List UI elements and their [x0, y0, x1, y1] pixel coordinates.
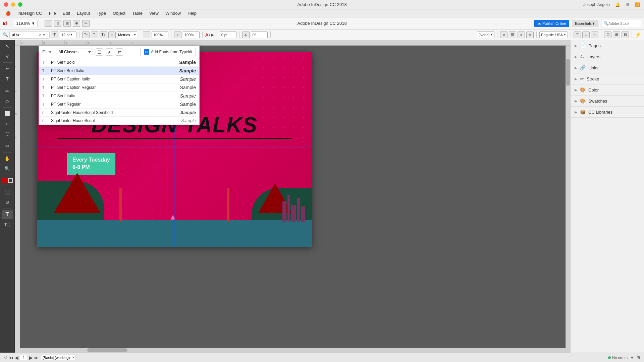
justify-btn[interactable]: ≡ [526, 32, 534, 38]
font-size-input[interactable]: 12 pt ▼ [60, 32, 76, 38]
menu-file[interactable]: File [46, 10, 59, 16]
font-item-signpainter-semibold[interactable]: () SignPainter HouseScript Semibold Samp… [39, 109, 199, 117]
zoom-input[interactable]: 119.9% ▼ [14, 20, 38, 27]
panel-swatches[interactable]: ▶ 🎨 Swatches [571, 96, 644, 107]
font-class-filter[interactable]: All Classes [56, 49, 93, 55]
tracking-btn[interactable]: ↔ [108, 32, 116, 38]
last-page-btn[interactable]: ⏭ [34, 355, 39, 360]
panel-links[interactable]: ▶ 🔗 Links [571, 62, 644, 73]
col-layout-btn1[interactable]: ⊡ [604, 32, 611, 38]
font-style-btn[interactable]: T [51, 32, 58, 38]
font-item-pt-serif-caption-italic[interactable]: T PT Serif Caption Italic Sample [39, 75, 199, 83]
tool-direct-select[interactable]: V [2, 52, 13, 61]
font-item-pt-serif-regular[interactable]: T PT Serif Regular Sample [39, 100, 199, 109]
font-item-pt-serif-caption-regular[interactable]: T PT Serif Caption Regular Sample [39, 83, 199, 92]
font-item-pt-serif-bold[interactable]: T PT Serif Bold Sample [39, 58, 199, 67]
zoom-dropdown-icon[interactable]: ▼ [31, 21, 35, 26]
tool-select[interactable]: ↖ [2, 42, 13, 51]
tool-pen[interactable]: ✒ [2, 64, 13, 73]
menu-type[interactable]: Type [94, 10, 109, 16]
menu-table[interactable]: Table [129, 10, 145, 16]
tool-mode-btn[interactable]: ⬜ [45, 20, 52, 27]
workspace-dropdown[interactable]: Essentials ▼ [572, 20, 598, 27]
menu-window[interactable]: Window [163, 10, 183, 16]
panel-color[interactable]: ▶ 🎨 Color [571, 84, 644, 96]
clear-font-search-icon[interactable]: ✕ [39, 33, 42, 37]
scale-y-input[interactable]: 100% [183, 32, 200, 38]
page-number-input[interactable] [20, 355, 28, 360]
tool-ellipse[interactable]: ○ [2, 119, 13, 128]
col-layout-btn3[interactable]: ⊟ [622, 32, 629, 38]
tool-frame-rect[interactable]: ⬛ [2, 187, 13, 197]
scrollbar-thumb-v[interactable] [566, 59, 570, 86]
fill-stroke-btn[interactable]: ⧄ [54, 20, 61, 27]
language-arrow[interactable]: ▼ [564, 33, 566, 36]
tool-scissors[interactable]: ✂ [2, 141, 13, 151]
font-item-pt-serif-bold-italic[interactable]: T PT Serif Bold Italic Sample [39, 67, 199, 75]
none-arrow[interactable]: ▼ [490, 33, 493, 36]
scale-x-input[interactable]: 100% [152, 32, 168, 38]
maximize-button[interactable] [18, 2, 22, 7]
scrollbar-thumb-h[interactable] [87, 348, 127, 352]
menu-layout[interactable]: Layout [74, 10, 93, 16]
baseline-btn[interactable]: T↕ [100, 32, 107, 38]
col-layout-btn2[interactable]: ⊞ [613, 32, 620, 38]
stock-search[interactable]: 🔍 [601, 20, 641, 27]
tool-type[interactable]: T [2, 74, 13, 83]
font-search-dropdown-icon[interactable]: ▼ [42, 33, 46, 37]
metrics-select[interactable]: Metrics [117, 32, 137, 38]
publish-online-button[interactable]: ☁ Publish Online [534, 20, 569, 27]
tool-type-frame[interactable]: T⬚ [2, 220, 13, 229]
font-view-list-btn[interactable]: ☰ [96, 48, 103, 56]
chevron-right-icon[interactable]: ▶ [211, 33, 214, 37]
tool-eraser[interactable]: ◇ [2, 97, 13, 106]
canvas-scrollbar-vertical[interactable] [566, 46, 570, 348]
subscript-btn[interactable]: T- [91, 32, 98, 38]
menu-object[interactable]: Object [110, 10, 128, 16]
menu-indesign[interactable]: InDesign CC [15, 10, 45, 16]
fill-color-swatch[interactable] [2, 178, 7, 183]
first-page-btn[interactable]: ⏮ [9, 355, 13, 360]
prev-page-btn[interactable]: ◀ [15, 355, 18, 360]
panel-stroke[interactable]: ▶ ✏ Stroke [571, 73, 644, 84]
angle-input[interactable]: 0° [251, 32, 268, 38]
minimize-button[interactable] [11, 2, 15, 7]
superscript-btn[interactable]: T+ [82, 32, 90, 38]
font-search-input[interactable] [12, 33, 39, 37]
tool-hand[interactable]: ✋ [2, 154, 13, 163]
tool-rectangle[interactable]: ⬜ [2, 109, 13, 118]
align-top-btn[interactable]: ⊤ [574, 32, 581, 38]
menu-view[interactable]: View [147, 10, 161, 16]
document-mode-select[interactable]: [Basic] (working) [41, 355, 76, 360]
errors-arrow[interactable]: ▼ [630, 356, 634, 360]
style-select[interactable]: [None] ▼ [477, 32, 494, 38]
close-button[interactable] [4, 2, 8, 7]
fit-page-icon[interactable]: ⊞ [637, 355, 640, 360]
font-item-pt-serif-italic[interactable]: T PT Serif Italic Sample [39, 92, 199, 100]
font-item-signpainter[interactable]: () SignPainter HouseScript Sample [39, 117, 199, 125]
align-middle-btn[interactable]: ⊥ [582, 32, 590, 38]
font-size-arrow[interactable]: ▼ [70, 33, 73, 36]
font-similar-btn[interactable]: ⇄ [116, 48, 123, 56]
transform-btn[interactable]: ⊕ [73, 20, 80, 27]
align-center-btn[interactable]: ☰ [509, 32, 516, 38]
menu-apple[interactable]: 🍎 [3, 10, 13, 16]
view-mode-btn[interactable]: ⊞ [63, 20, 71, 27]
menu-edit[interactable]: Edit [60, 10, 73, 16]
arrange-btn[interactable]: ✂ [82, 20, 90, 27]
tool-zoom[interactable]: 🔍 [2, 164, 13, 173]
stock-search-input[interactable] [608, 21, 635, 25]
panel-pages[interactable]: ▶ 📄 Pages [571, 40, 644, 51]
align-bottom-btn[interactable]: ⊦ [591, 32, 598, 38]
stroke-color-swatch[interactable] [8, 178, 13, 183]
panel-layers[interactable]: ▶ 🗂 Layers [571, 51, 644, 62]
tool-pencil[interactable]: ✏ [2, 86, 13, 96]
font-search-bar[interactable]: ✕ ▼ [9, 31, 50, 39]
font-favorites-btn[interactable]: ★ [106, 48, 113, 56]
tool-frame-ellipse[interactable]: ⊙ [2, 197, 13, 207]
tracking-input[interactable]: 0 pt [220, 32, 236, 38]
tool-type-active[interactable]: T [2, 210, 13, 219]
language-select[interactable]: English: USA ▼ [539, 32, 568, 38]
align-right-btn[interactable]: ≡ [518, 32, 525, 38]
align-left-btn[interactable]: ≡ [500, 32, 507, 38]
